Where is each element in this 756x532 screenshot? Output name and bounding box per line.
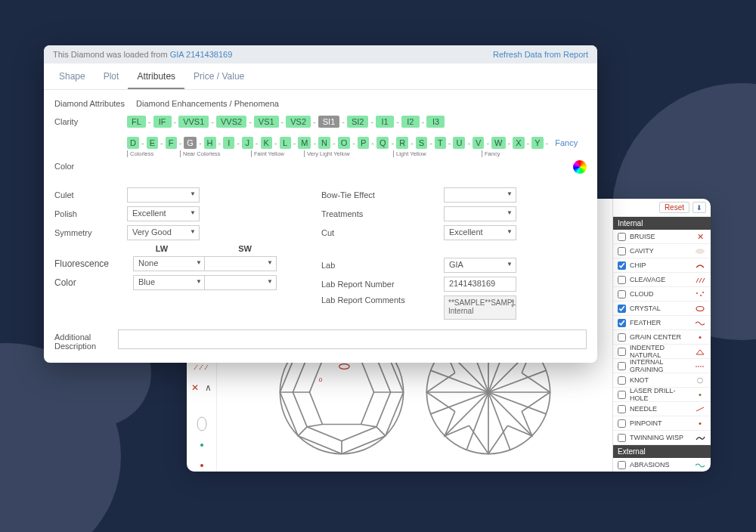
color-grade-v[interactable]: V: [472, 137, 484, 149]
clarity-grade-if[interactable]: IF: [153, 116, 172, 128]
inclusion-pinpoint[interactable]: PINPOINT: [613, 416, 711, 431]
inclusion-twinning-wisp[interactable]: TWINNING WISP: [613, 431, 711, 445]
inclusion-feather[interactable]: FEATHER: [613, 316, 711, 330]
inclusion-bruise[interactable]: BRUISE✕: [613, 230, 711, 244]
labcomments-textarea[interactable]: **SAMPLE**SAMPLE**SAMPLE**SAMPLE** Inter…: [444, 295, 516, 320]
inclusion-checkbox[interactable]: [618, 362, 626, 370]
color-lw-select[interactable]: Blue: [133, 275, 206, 290]
clarity-grade-si1[interactable]: SI1: [318, 116, 340, 128]
color-grade-e[interactable]: E: [147, 137, 158, 149]
inclusion-cavity[interactable]: CAVITY: [613, 244, 711, 258]
tool-dot-red[interactable]: [191, 460, 212, 472]
fluor-lw-select[interactable]: None: [133, 256, 206, 271]
color-grade-o[interactable]: O: [338, 137, 351, 149]
color-grade-l[interactable]: L: [280, 137, 291, 149]
tab-shape[interactable]: Shape: [50, 63, 94, 89]
inclusion-symbol-icon: [694, 435, 706, 441]
color-grade-n[interactable]: N: [318, 137, 330, 149]
tab-price-value[interactable]: Price / Value: [184, 63, 253, 89]
inclusion-checkbox[interactable]: [618, 276, 626, 284]
fluor-sw-select[interactable]: [204, 256, 277, 271]
inclusion-checkbox[interactable]: [618, 376, 626, 385]
inclusion-symbol-icon: [695, 348, 706, 355]
refresh-data-link[interactable]: Refresh Data from Report: [493, 50, 588, 59]
color-grade-m[interactable]: M: [298, 137, 311, 149]
tab-plot[interactable]: Plot: [94, 63, 129, 89]
clarity-grade-i3[interactable]: I3: [426, 116, 445, 128]
color-grade-w[interactable]: W: [491, 137, 505, 149]
inclusion-checkbox[interactable]: [618, 391, 626, 399]
lab-select[interactable]: GIA: [444, 258, 516, 273]
color-grade-g[interactable]: G: [184, 137, 197, 149]
inclusion-checkbox[interactable]: [618, 333, 626, 342]
inclusion-checkbox[interactable]: [618, 247, 626, 255]
color-grade-i[interactable]: I: [223, 137, 234, 149]
color-grade-t[interactable]: T: [435, 137, 446, 149]
color-grade-f[interactable]: F: [166, 137, 177, 149]
clarity-grade-vvs2[interactable]: VVS2: [216, 116, 246, 128]
clarity-grade-si2[interactable]: SI2: [347, 116, 369, 128]
color-grade-u[interactable]: U: [453, 137, 465, 149]
color-grade-p[interactable]: P: [358, 137, 369, 149]
inclusion-checkbox[interactable]: [618, 233, 626, 241]
tool-dashes[interactable]: [191, 361, 212, 373]
cut-select[interactable]: Excellent: [444, 225, 516, 240]
download-button[interactable]: ⬇: [692, 202, 706, 213]
color-grade-j[interactable]: J: [242, 137, 253, 149]
color-grade-d[interactable]: D: [127, 137, 139, 149]
treatments-select[interactable]: [444, 206, 516, 221]
culet-select[interactable]: [127, 187, 200, 203]
color-wheel-icon[interactable]: [573, 160, 587, 174]
clarity-grade-vs1[interactable]: VS1: [254, 116, 279, 128]
symmetry-select[interactable]: Very Good: [127, 225, 200, 240]
polish-select[interactable]: Excellent: [127, 206, 200, 221]
clarity-grade-i1[interactable]: I1: [376, 116, 394, 128]
svg-marker-6: [309, 360, 373, 424]
inclusion-checkbox[interactable]: [618, 348, 626, 356]
color-grade-h[interactable]: H: [204, 137, 216, 149]
additional-desc-textarea[interactable]: [118, 329, 587, 349]
reset-button[interactable]: Reset: [659, 202, 689, 213]
inclusion-cleavage[interactable]: CLEAVAGE: [613, 273, 711, 287]
inclusion-checkbox[interactable]: [618, 419, 626, 428]
color-legend: Colorless Near Colorless Faint Yellow Ve…: [127, 150, 500, 157]
color-grade-q[interactable]: Q: [376, 137, 389, 149]
inclusion-crystal[interactable]: CRYSTAL: [613, 302, 711, 316]
clarity-grade-vs2[interactable]: VS2: [286, 116, 311, 128]
color-sw-select[interactable]: [204, 275, 277, 290]
inclusion-indented-natural[interactable]: INDENTED NATURAL: [613, 345, 711, 359]
inclusion-checkbox[interactable]: [618, 405, 626, 413]
color-grade-s[interactable]: S: [416, 137, 427, 149]
color-grade-x[interactable]: X: [513, 137, 524, 149]
gia-source-link[interactable]: GIA 2141438169: [170, 50, 233, 59]
inclusion-checkbox[interactable]: [618, 461, 626, 469]
clarity-grade-vvs1[interactable]: VVS1: [178, 116, 209, 128]
color-grade-fancy[interactable]: Fancy: [550, 137, 582, 149]
inclusion-symbol-icon: [694, 320, 706, 326]
color-grade-y[interactable]: Y: [531, 137, 543, 149]
color-grade-r[interactable]: R: [396, 137, 408, 149]
inclusion-internal-graining[interactable]: INTERNAL GRAINING: [613, 359, 711, 373]
tool-dot-green[interactable]: [191, 439, 212, 451]
inclusion-cloud[interactable]: CLOUD: [613, 287, 711, 302]
clarity-grade-fl[interactable]: FL: [127, 116, 146, 128]
tool-x[interactable]: ✕∧: [191, 382, 212, 394]
inclusion-checkbox[interactable]: [618, 290, 626, 298]
inclusion-chip[interactable]: CHIP: [613, 258, 711, 273]
bowtie-select[interactable]: [444, 187, 516, 203]
labnum-input[interactable]: 2141438169: [444, 277, 516, 292]
inclusion-needle[interactable]: NEEDLE: [613, 402, 711, 416]
inclusion-grain-center[interactable]: GRAIN CENTER: [613, 330, 711, 345]
svg-point-12: [700, 295, 702, 296]
inclusion-checkbox[interactable]: [618, 319, 626, 327]
inclusion-knot[interactable]: KNOT: [613, 373, 711, 388]
inclusion-laser-drill-hole[interactable]: LASER DRILL-HOLE: [613, 388, 711, 402]
tool-oval[interactable]: [191, 418, 212, 430]
inclusion-checkbox[interactable]: [618, 305, 626, 313]
inclusion-checkbox[interactable]: [618, 261, 626, 270]
clarity-grade-i2[interactable]: I2: [401, 116, 420, 128]
inclusion-abrasions[interactable]: ABRASIONS: [613, 458, 711, 472]
tab-attributes[interactable]: Attributes: [128, 63, 184, 89]
inclusion-checkbox[interactable]: [618, 434, 626, 442]
color-grade-k[interactable]: K: [261, 137, 272, 149]
